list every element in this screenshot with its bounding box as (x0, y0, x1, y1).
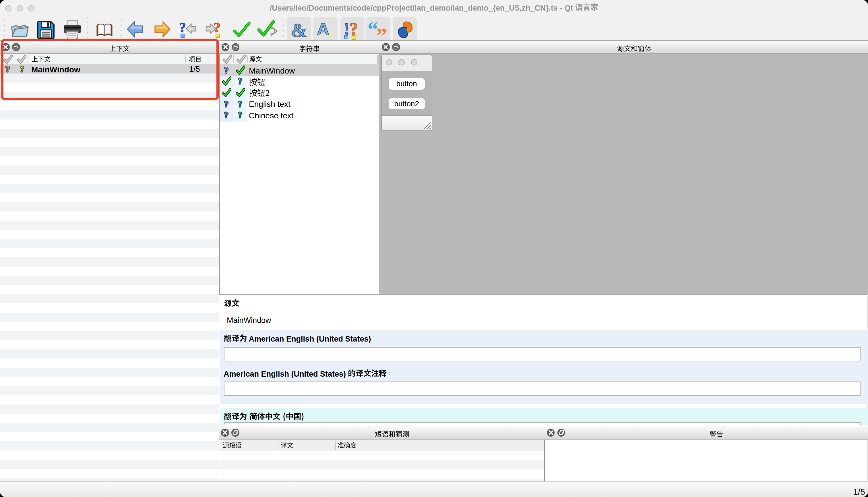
svg-text:?: ? (238, 77, 242, 86)
svg-text:?: ? (214, 20, 220, 35)
svg-text:?: ? (224, 66, 228, 75)
svg-text:?: ? (238, 99, 242, 108)
svg-text:?: ? (179, 20, 186, 35)
svg-text:”: ” (376, 24, 387, 41)
svg-text:?: ? (224, 99, 228, 108)
svg-text:?: ? (224, 110, 228, 119)
svg-text:&: & (291, 20, 307, 41)
svg-text:?: ? (238, 110, 242, 119)
svg-text:A: A (317, 20, 329, 39)
